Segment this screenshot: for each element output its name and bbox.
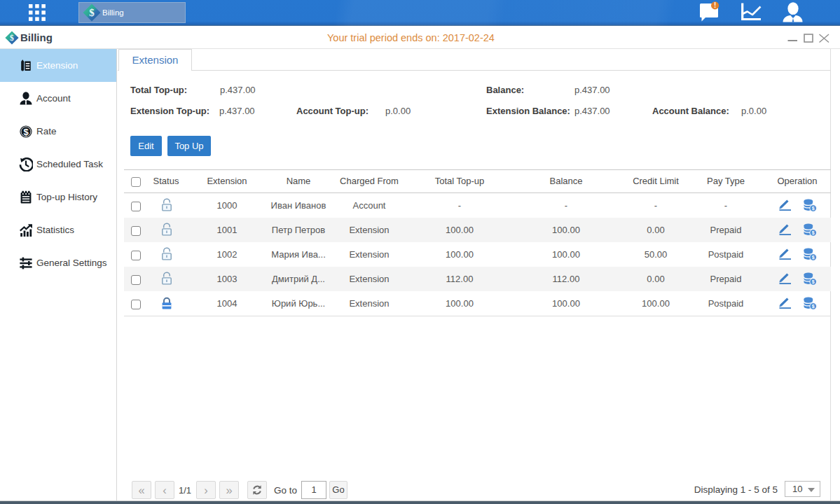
svg-text:$: $ bbox=[23, 127, 29, 137]
svg-text:!: ! bbox=[714, 1, 716, 9]
